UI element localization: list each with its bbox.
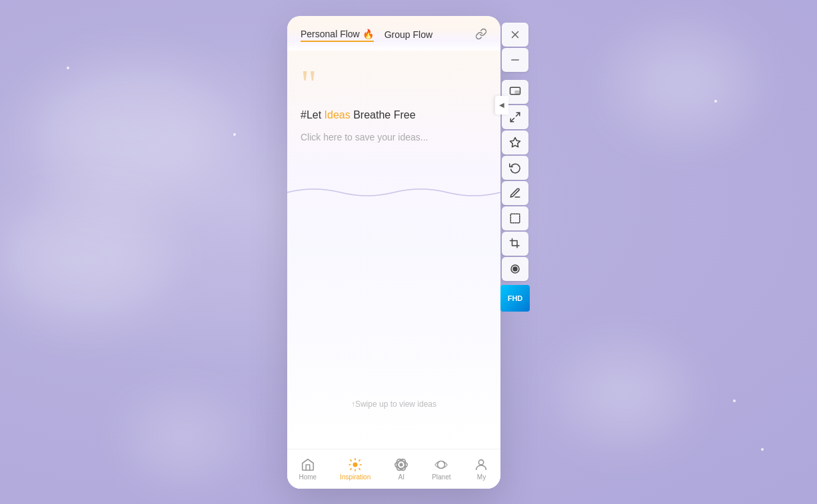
nav-item-ai[interactable]: AI	[386, 455, 416, 483]
svg-rect-15	[510, 214, 520, 223]
nav-item-home[interactable]: Home	[291, 455, 325, 483]
collapse-arrow-button[interactable]: ◀	[495, 96, 508, 115]
nav-planet-label: Planet	[432, 473, 450, 481]
tab-personal-flow[interactable]: Personal Flow 🔥	[301, 29, 374, 42]
my-icon	[474, 457, 488, 472]
tab-group-flow-label: Group Flow	[385, 29, 432, 40]
svg-point-5	[438, 461, 445, 468]
planet-icon	[434, 457, 448, 472]
nav-item-planet[interactable]: Planet	[424, 455, 458, 483]
svg-point-4	[400, 463, 403, 466]
inspiration-icon	[348, 457, 363, 472]
tab-personal-flow-emoji: 🔥	[363, 29, 374, 39]
tagline-prefix: #Let	[301, 109, 325, 121]
home-icon	[301, 457, 315, 472]
undo-button[interactable]	[502, 156, 528, 180]
record-button[interactable]	[502, 257, 528, 281]
svg-point-0	[353, 463, 357, 467]
tab-bar: Personal Flow 🔥 Group Flow	[301, 28, 487, 43]
frame-button[interactable]	[502, 206, 528, 230]
tab-group-flow[interactable]: Group Flow	[385, 29, 432, 41]
app-content: " #Let Ideas Breathe Free Click here to …	[287, 51, 500, 449]
svg-marker-14	[510, 137, 520, 146]
quote-mark-decoration: "	[287, 51, 500, 104]
nav-item-my[interactable]: My	[466, 455, 496, 483]
app-panel: Personal Flow 🔥 Group Flow " #Let Ideas …	[287, 16, 500, 489]
nav-home-label: Home	[299, 473, 317, 481]
edit-button[interactable]	[502, 181, 528, 205]
swipe-hint: ↑Swipe up to view ideas	[287, 399, 500, 409]
nav-item-inspiration[interactable]: Inspiration	[332, 455, 379, 483]
close-button[interactable]	[502, 23, 528, 47]
svg-line-13	[510, 118, 514, 121]
right-toolbar: ◀ FHD	[500, 16, 530, 312]
tagline-highlight: Ideas	[325, 109, 351, 121]
fhd-badge[interactable]: FHD	[500, 285, 530, 312]
nav-my-label: My	[477, 473, 486, 481]
tab-personal-flow-label: Personal Flow	[301, 29, 360, 39]
svg-rect-11	[515, 91, 519, 93]
ai-icon	[394, 457, 408, 472]
minimize-button[interactable]	[502, 48, 528, 72]
bottom-navigation: Home Inspiration	[287, 449, 500, 489]
svg-point-17	[513, 267, 517, 271]
svg-line-12	[516, 113, 520, 116]
tagline-suffix: Breathe Free	[351, 109, 416, 121]
nav-inspiration-label: Inspiration	[340, 473, 371, 481]
svg-point-6	[479, 459, 484, 464]
crop-button[interactable]	[502, 232, 528, 256]
save-prompt[interactable]: Click here to save your ideas...	[287, 132, 500, 142]
tagline: #Let Ideas Breathe Free	[287, 104, 500, 132]
link-icon-button[interactable]	[475, 28, 487, 43]
bookmark-button[interactable]	[502, 130, 528, 154]
app-header: Personal Flow 🔥 Group Flow	[287, 16, 500, 51]
wave-divider	[287, 182, 500, 202]
nav-ai-label: AI	[398, 473, 404, 481]
fhd-label: FHD	[508, 294, 523, 302]
